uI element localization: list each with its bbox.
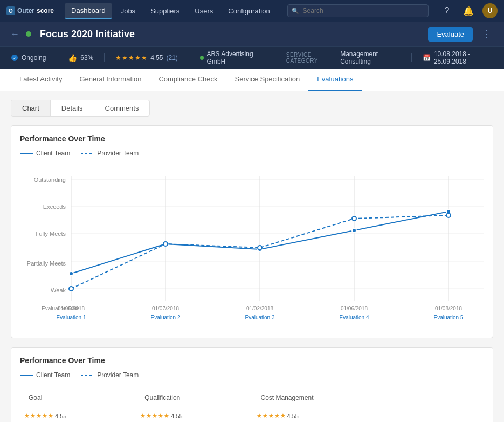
tab-evaluations[interactable]: Evaluations xyxy=(308,69,362,91)
svg-text:Evaluation 3: Evaluation 3 xyxy=(245,315,274,321)
divider-5 xyxy=(411,53,412,62)
service-category-label: SERVICE CATEGORY xyxy=(286,52,337,64)
date-range: 10.08.2018 - 25.09.2018 xyxy=(434,50,493,65)
goal-client-stars: ★★★★★ 4.55 xyxy=(24,412,132,419)
status-bar: ✓ Ongoing 👍 63% ★ ★ ★ ★ ★ 4.55 (21) ABS … xyxy=(0,46,504,69)
help-icon[interactable]: ? xyxy=(439,3,454,18)
svg-text:✓: ✓ xyxy=(12,56,17,61)
perf-provider-label: Provider Team xyxy=(97,371,139,379)
divider-1 xyxy=(57,53,57,62)
ongoing-label: Ongoing xyxy=(22,54,46,62)
perf-client-label: Client Team xyxy=(36,371,70,379)
page-title: Focus 2020 Initiative xyxy=(40,29,135,40)
rating-value: 4.55 xyxy=(150,54,163,62)
perf-goal-scores: ★★★★★ 4.55 ★★★★★ 4.48 xyxy=(20,409,136,422)
status-rating: ★ ★ ★ ★ ★ 4.55 (21) xyxy=(115,54,178,62)
svg-text:Evaluation 5: Evaluation 5 xyxy=(433,315,463,321)
point-p4 xyxy=(352,216,356,221)
perf-cell-empty xyxy=(368,387,484,409)
logo-icon: O xyxy=(6,6,15,15)
svg-text:Fully Meets: Fully Meets xyxy=(36,230,66,237)
status-supplier: ABS Advertising GmbH xyxy=(200,50,264,65)
performance-card: Performance Over Time Client Team Provid… xyxy=(11,347,493,422)
status-dot xyxy=(26,31,31,37)
legend-client-label: Client Team xyxy=(36,149,70,157)
svg-text:Weak: Weak xyxy=(51,287,66,294)
point-p3 xyxy=(258,246,262,250)
star-2: ★ xyxy=(122,54,128,62)
status-service-category: SERVICE CATEGORY Management Consulting xyxy=(286,50,401,65)
divider-2 xyxy=(104,53,105,62)
logo-score: score xyxy=(37,7,54,15)
sub-tabs: Chart Details Comments xyxy=(11,100,150,117)
stars-display: ★ ★ ★ ★ ★ xyxy=(115,54,147,62)
tab-latest-activity[interactable]: Latest Activity xyxy=(11,69,71,91)
star-half: ★ xyxy=(141,54,147,62)
tab-general-information[interactable]: General Information xyxy=(71,69,150,91)
qual-client-stars: ★★★★★ 4.55 xyxy=(140,412,247,419)
thumbs-icon: 👍 xyxy=(68,53,77,62)
nav-configuration[interactable]: Configuration xyxy=(222,4,276,18)
nav-jobs[interactable]: Jobs xyxy=(114,4,142,18)
search-input[interactable] xyxy=(287,4,429,17)
svg-text:Exceeds: Exceeds xyxy=(43,203,66,210)
performance-table: Goal Qualification Cost Management ★★★★★… xyxy=(20,387,484,422)
check-icon: ✓ xyxy=(11,54,18,62)
chart-legend: Client Team Provider Team xyxy=(20,149,484,157)
calendar-icon: 📅 xyxy=(423,54,431,62)
main-content: Chart Details Comments Performance Over … xyxy=(0,91,504,422)
svg-text:01/02/2018: 01/02/2018 xyxy=(246,305,273,311)
sub-tab-comments[interactable]: Comments xyxy=(94,100,150,116)
more-options-button[interactable]: ⋮ xyxy=(479,26,493,42)
svg-text:Outstanding: Outstanding xyxy=(34,176,66,183)
star-4: ★ xyxy=(135,54,141,62)
sub-tab-chart[interactable]: Chart xyxy=(11,100,51,116)
divider-4 xyxy=(275,53,275,62)
user-avatar[interactable]: U xyxy=(482,3,498,18)
svg-text:Evaluation 4: Evaluation 4 xyxy=(339,315,369,321)
nav-suppliers[interactable]: Suppliers xyxy=(144,4,186,18)
perf-card-title: Performance Over Time xyxy=(20,356,484,365)
bell-icon[interactable]: 🔔 xyxy=(461,3,476,18)
perf-cell-goal-label: Goal xyxy=(20,387,136,409)
perf-legend-provider: Provider Team xyxy=(81,371,139,379)
status-date: 📅 10.08.2018 - 25.09.2018 xyxy=(423,50,493,65)
rating-count: (21) xyxy=(166,54,177,62)
svg-text:Partially Meets: Partially Meets xyxy=(27,260,66,267)
point-p5 xyxy=(446,213,451,217)
app-logo: O Outerscore xyxy=(6,6,54,15)
tab-compliance-check[interactable]: Compliance Check xyxy=(150,69,226,91)
svg-text:Evaluation 2: Evaluation 2 xyxy=(150,315,180,321)
chart-svg-container: Outstanding Exceeds Fully Meets Partiall… xyxy=(20,166,484,329)
perf-legend-client: Client Team xyxy=(20,371,70,379)
status-ongoing: ✓ Ongoing xyxy=(11,54,46,62)
back-button[interactable]: ← xyxy=(11,29,19,39)
legend-provider-team: Provider Team xyxy=(81,149,139,157)
point-c1 xyxy=(69,271,73,276)
perf-empty-scores xyxy=(368,409,484,422)
search-container: 🔍 xyxy=(287,4,429,17)
svg-text:Evaluation 1: Evaluation 1 xyxy=(56,315,86,321)
perf-cost-scores: ★★★★★ 4.55 ★★★★★ 4.48 xyxy=(252,409,368,422)
sub-tab-details[interactable]: Details xyxy=(51,100,94,116)
svg-text:O: O xyxy=(9,8,13,14)
svg-text:01/07/2018: 01/07/2018 xyxy=(152,305,179,311)
point-p1 xyxy=(69,287,73,291)
perf-cell-cost-label: Cost Management xyxy=(252,387,368,409)
nav-dashboard[interactable]: Dashboard xyxy=(65,3,112,19)
evaluate-button[interactable]: Evaluate xyxy=(428,27,473,42)
legend-provider-label: Provider Team xyxy=(97,149,139,157)
cost-client-stars: ★★★★★ 4.55 xyxy=(257,412,364,419)
perf-qualification-scores: ★★★★★ 4.55 ★★★★★ 4.48 xyxy=(136,409,252,422)
svg-text:Evaluation Date: Evaluation Date xyxy=(42,305,80,311)
tab-service-specification[interactable]: Service Specification xyxy=(226,69,309,91)
perf-provider-line xyxy=(81,375,94,376)
performance-chart: Outstanding Exceeds Fully Meets Partiall… xyxy=(20,166,484,328)
chart-title: Performance Over Time xyxy=(20,134,484,143)
divider-3 xyxy=(189,53,189,62)
status-percent: 👍 63% xyxy=(68,53,93,62)
tabs-bar: Latest Activity General Information Comp… xyxy=(0,69,504,91)
point-p2 xyxy=(163,242,168,246)
nav-users[interactable]: Users xyxy=(188,4,219,18)
supplier-status-dot xyxy=(200,56,204,60)
